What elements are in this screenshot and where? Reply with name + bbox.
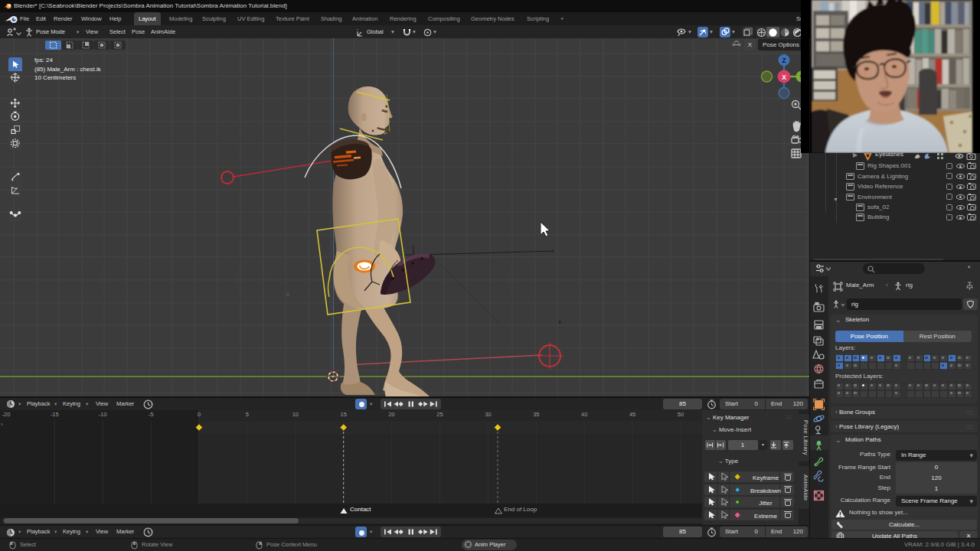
svg-text:Jitter: Jitter	[759, 500, 773, 507]
svg-text:Z: Z	[782, 57, 786, 64]
svg-text:Keyframe: Keyframe	[753, 474, 779, 481]
svg-text:Extreme: Extreme	[754, 512, 777, 519]
svg-text:16: 16	[374, 261, 380, 266]
svg-text:X: X	[782, 73, 786, 81]
svg-text:Breakdown: Breakdown	[750, 487, 781, 494]
